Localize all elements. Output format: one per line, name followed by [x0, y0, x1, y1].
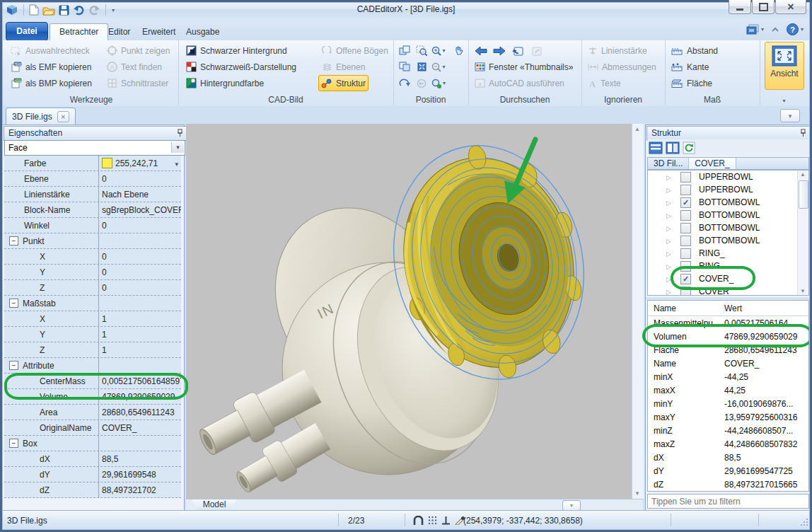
expand-icon[interactable]: [666, 197, 675, 207]
hintergrundfarbe-button[interactable]: Hintergrundfarbe: [184, 76, 266, 91]
abmessungen-button[interactable]: Abmessungen: [586, 59, 659, 74]
rotate-35-icon[interactable]: [396, 76, 413, 91]
property-row[interactable]: CenterMass0,00521750616485974: [4, 374, 181, 389]
collapse-icon[interactable]: [9, 439, 18, 448]
property-row[interactable]: Block-NamesgBrepBlock_COVER__: [4, 202, 181, 218]
visibility-checkbox[interactable]: [680, 223, 691, 233]
dropdown-arrow-icon[interactable]: [175, 158, 178, 168]
tree-item[interactable]: UPPERBOWL: [648, 183, 808, 196]
structure-tab-cover[interactable]: COVER_: [689, 158, 736, 169]
schnittraster-button[interactable]: Schnittraster: [105, 76, 170, 91]
export-view-icon[interactable]: [509, 43, 526, 58]
visibility-checkbox[interactable]: [680, 261, 691, 272]
close-button[interactable]: [775, 0, 806, 14]
scroll-up-icon[interactable]: ▲: [634, 126, 640, 132]
property-row[interactable]: Ebene0: [4, 171, 181, 187]
tree-item[interactable]: BOTTOMBOWL: [648, 209, 808, 221]
visibility-checkbox[interactable]: [680, 274, 691, 284]
restore-button[interactable]: [752, 0, 775, 14]
property-row[interactable]: Attribute: [4, 358, 181, 374]
scroll-down-icon[interactable]: ▼: [800, 288, 806, 294]
details-row[interactable]: maxY13,9597925600316: [648, 410, 808, 424]
tree-item[interactable]: COVER: [648, 285, 808, 296]
ortho-snap-icon[interactable]: [441, 516, 451, 525]
property-row[interactable]: Z1: [4, 342, 181, 358]
window-switch-icon[interactable]: ▾: [746, 24, 764, 35]
layout-columns-icon[interactable]: [666, 141, 680, 154]
fit-view-icon[interactable]: [413, 59, 430, 74]
rotate-view-icon[interactable]: [396, 43, 413, 58]
refresh-icon[interactable]: [683, 141, 695, 154]
ansicht-dropdown-icon[interactable]: ▾: [760, 95, 808, 105]
kante-button[interactable]: Kante: [669, 59, 711, 74]
abstand-button[interactable]: Abstand: [669, 43, 720, 58]
ebenen-button[interactable]: Ebenen: [320, 59, 367, 74]
expand-icon[interactable]: [666, 236, 675, 245]
tree-item[interactable]: COVER_: [648, 272, 808, 285]
expand-icon[interactable]: [666, 223, 675, 233]
visibility-checkbox[interactable]: [680, 210, 691, 221]
details-row[interactable]: dX88,5: [648, 451, 808, 464]
details-row[interactable]: Volumen47869,9290659029: [648, 330, 808, 343]
tree-item[interactable]: RING_: [648, 247, 808, 260]
layout-rows-icon[interactable]: [649, 141, 663, 154]
minimize-button[interactable]: [729, 0, 751, 14]
property-row[interactable]: X1: [4, 311, 181, 327]
struktur-button[interactable]: Struktur: [318, 75, 369, 91]
tree-scrollbar[interactable]: ▲ ▼: [797, 170, 808, 295]
scroll-down-icon[interactable]: ▼: [634, 490, 640, 497]
copy-as-emf-button[interactable]: EMF als EMF kopieren: [8, 59, 93, 74]
details-row[interactable]: dZ88,4973217015665: [648, 478, 808, 491]
resize-grip[interactable]: [800, 518, 808, 526]
property-row[interactable]: dX88,5: [4, 451, 181, 467]
linienstaerke-button[interactable]: Linienstärke: [586, 43, 649, 58]
property-row[interactable]: dY29,961699548: [4, 467, 181, 482]
property-row[interactable]: Winkel0: [4, 218, 181, 233]
property-row[interactable]: Maßstab: [4, 296, 181, 311]
thumbnails-button[interactable]: Fenster «Thumbnails»: [472, 59, 575, 74]
property-row[interactable]: Z0: [4, 280, 181, 296]
visibility-checkbox[interactable]: [680, 185, 691, 195]
details-row[interactable]: Massenmittelpu...0,005217506164...: [648, 316, 808, 330]
copy-as-bmp-button[interactable]: BMP als BMP kopieren: [8, 76, 94, 91]
expand-icon[interactable]: [666, 185, 675, 195]
property-row[interactable]: Farbe255,242,71: [4, 156, 181, 171]
text-finden-button[interactable]: A Text finden: [105, 59, 164, 74]
schwarzer-hintergrund-button[interactable]: Schwarzer Hintergrund: [184, 43, 289, 58]
visibility-checkbox[interactable]: [680, 197, 691, 208]
details-row[interactable]: minX-44,25: [648, 370, 808, 383]
spline-snap-icon[interactable]: [413, 516, 424, 526]
property-row[interactable]: dZ88,497321702: [4, 482, 181, 498]
pan-hand-icon[interactable]: [450, 43, 467, 58]
schwarzweiss-button[interactable]: Schwarzweiß-Darstellung: [184, 59, 298, 74]
expand-icon[interactable]: [666, 261, 675, 271]
entity-type-select[interactable]: Face: [4, 140, 185, 156]
property-row[interactable]: Punkt: [4, 233, 181, 249]
expand-icon[interactable]: [666, 172, 675, 182]
property-row[interactable]: Box: [4, 436, 181, 451]
collapse-icon[interactable]: [9, 299, 18, 308]
tab-list-chevron-icon[interactable]: [780, 109, 800, 122]
help-icon[interactable]: ? ▾: [787, 23, 804, 35]
scrollbar-thumb[interactable]: [799, 180, 808, 209]
flaeche-button[interactable]: Fläche: [669, 76, 714, 91]
zoom-out-icon[interactable]: ▾: [430, 59, 447, 74]
grid-snap-icon[interactable]: [428, 516, 437, 525]
tree-item[interactable]: BOTTOMBOWL: [648, 234, 808, 247]
tree-item[interactable]: RING: [648, 260, 808, 272]
zoom-window-icon[interactable]: [413, 43, 430, 58]
details-row[interactable]: maxZ44,2486608507832: [648, 437, 808, 451]
auswahlrechteck-button[interactable]: Auswahlrechteck: [8, 43, 92, 58]
viewport-3d[interactable]: IN: [186, 124, 632, 499]
property-row[interactable]: Y1: [4, 327, 181, 342]
structure-tab-file[interactable]: 3D Fil...: [648, 158, 689, 169]
tab-ausgabe[interactable]: Ausgabe: [177, 24, 228, 40]
property-row[interactable]: Area28680,6549611243: [4, 405, 181, 420]
details-row[interactable]: minY-16,0019069876...: [648, 397, 808, 410]
visibility-checkbox[interactable]: [680, 287, 691, 296]
tree-item[interactable]: UPPERBOWL: [648, 170, 808, 183]
viewport-vscrollbar[interactable]: ▲ ▼: [632, 124, 644, 499]
details-row[interactable]: dY29,961699547725: [648, 464, 808, 478]
punkt-zeigen-button[interactable]: Punkt zeigen: [105, 43, 172, 58]
collapse-icon[interactable]: [9, 236, 18, 245]
